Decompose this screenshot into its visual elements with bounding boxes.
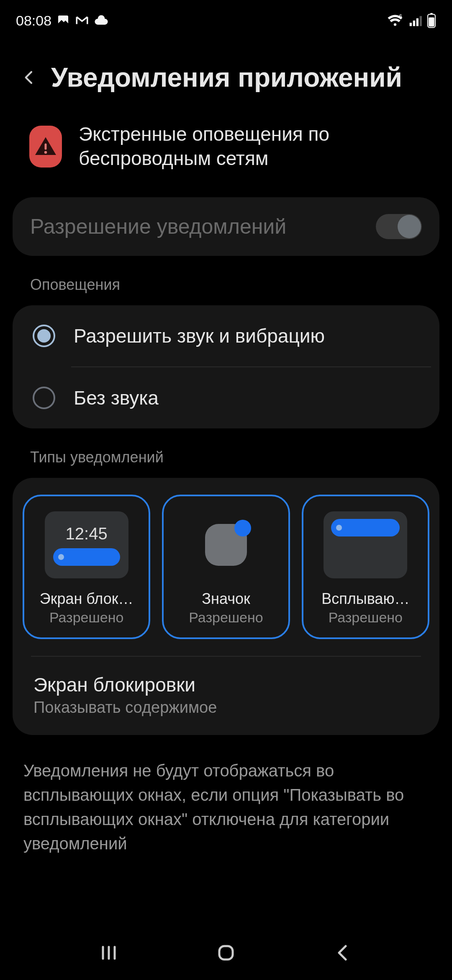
alerts-section-header: Оповещения xyxy=(0,256,452,302)
type-lockscreen-preview: 12:45 xyxy=(45,511,128,578)
recents-button[interactable] xyxy=(96,940,121,965)
lockscreen-subtitle: Показывать содержимое xyxy=(33,699,419,717)
back-button[interactable] xyxy=(21,69,38,86)
radio-icon xyxy=(33,325,55,347)
status-left: 08:08 xyxy=(16,13,108,29)
gmail-icon xyxy=(75,13,89,28)
wifi-icon: 6 xyxy=(387,14,403,27)
status-time: 08:08 xyxy=(16,13,51,29)
type-title: Всплываю… xyxy=(312,590,419,608)
svg-rect-2 xyxy=(410,23,412,26)
type-status: Разрешено xyxy=(189,609,263,626)
app-name: Экстренные оповещения по беспроводным се… xyxy=(79,122,427,170)
alert-option-sound-vibrate[interactable]: Разрешить звук и вибрацию xyxy=(13,305,439,366)
type-popup-preview xyxy=(324,511,407,578)
svg-rect-4 xyxy=(416,18,419,26)
type-title: Экран блок… xyxy=(33,590,140,608)
svg-point-10 xyxy=(44,151,47,154)
type-lockscreen[interactable]: 12:45 Экран блок… Разрешено xyxy=(23,495,150,639)
cloud-icon xyxy=(94,15,108,26)
preview-popup-pill xyxy=(331,519,400,536)
signal-icon xyxy=(408,14,422,27)
svg-text:6: 6 xyxy=(399,14,402,19)
svg-rect-11 xyxy=(219,946,233,959)
preview-badge-dot xyxy=(234,520,251,536)
battery-icon xyxy=(427,13,436,28)
status-right: 6 xyxy=(387,13,436,28)
preview-app-icon xyxy=(205,524,247,566)
types-grid: 12:45 Экран блок… Разрешено Значок Разре… xyxy=(23,495,429,639)
status-bar: 08:08 6 xyxy=(0,0,452,34)
app-identity-row: Экстренные оповещения по беспроводным се… xyxy=(0,118,452,187)
page-header: Уведомления приложений xyxy=(0,34,452,118)
lockscreen-setting-row[interactable]: Экран блокировки Показывать содержимое xyxy=(23,657,429,735)
preview-time: 12:45 xyxy=(66,524,108,543)
type-title: Значок xyxy=(172,590,280,608)
toggle-knob xyxy=(398,215,421,238)
alert-option-label: Разрешить звук и вибрацию xyxy=(74,325,325,347)
types-section-header: Типы уведомлений xyxy=(0,428,452,475)
navigation-bar xyxy=(0,926,452,980)
type-status: Разрешено xyxy=(49,609,123,626)
svg-rect-7 xyxy=(430,13,433,15)
picture-icon xyxy=(56,14,70,27)
back-nav-button[interactable] xyxy=(331,940,356,965)
type-popup[interactable]: Всплываю… Разрешено xyxy=(302,495,429,639)
footer-note: Уведомления не будут отображаться во всп… xyxy=(0,735,452,856)
svg-rect-9 xyxy=(45,143,47,150)
radio-icon xyxy=(33,387,55,409)
notifications-permission-toggle[interactable] xyxy=(376,214,422,239)
alerts-card: Разрешить звук и вибрацию Без звука xyxy=(13,305,439,428)
svg-rect-8 xyxy=(429,18,434,27)
type-badge-preview xyxy=(184,511,268,578)
type-badge[interactable]: Значок Разрешено xyxy=(162,495,290,639)
notifications-permission-row[interactable]: Разрешение уведомлений xyxy=(13,197,439,256)
type-status: Разрешено xyxy=(329,609,403,626)
alert-option-silent[interactable]: Без звука xyxy=(13,367,439,428)
preview-notification-pill xyxy=(53,548,120,566)
svg-rect-3 xyxy=(413,21,415,26)
notifications-permission-label: Разрешение уведомлений xyxy=(30,214,286,239)
page-title: Уведомления приложений xyxy=(51,62,402,93)
types-card: 12:45 Экран блок… Разрешено Значок Разре… xyxy=(13,478,439,735)
home-button[interactable] xyxy=(213,940,239,965)
alert-option-label: Без звука xyxy=(74,387,159,409)
app-icon xyxy=(29,126,62,168)
svg-rect-5 xyxy=(420,16,422,26)
lockscreen-title: Экран блокировки xyxy=(33,673,419,696)
